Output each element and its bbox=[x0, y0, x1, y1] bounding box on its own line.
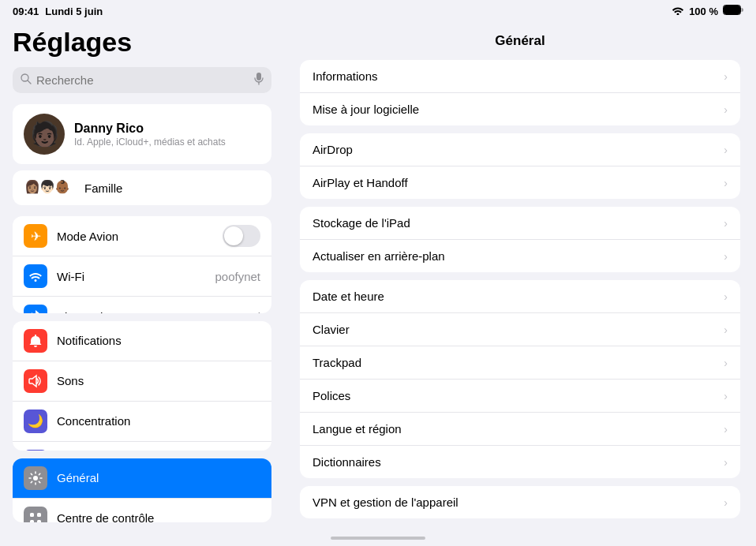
svg-rect-12 bbox=[30, 520, 34, 523]
status-bar: 09:41 Lundi 5 juin 100 % bbox=[0, 0, 756, 21]
focus-icon: 🌙 bbox=[24, 410, 47, 433]
sounds-icon bbox=[24, 369, 47, 393]
settings-group-general: Général Centre de contrôle bbox=[13, 458, 271, 523]
sidebar-item-bluetooth[interactable]: Bluetooth Oui bbox=[13, 297, 271, 313]
content-row-background-refresh[interactable]: Actualiser en arrière-plan › bbox=[300, 240, 740, 272]
bluetooth-label: Bluetooth bbox=[57, 310, 233, 313]
content-row-language-region[interactable]: Langue et région › bbox=[300, 413, 740, 446]
wifi-icon bbox=[672, 6, 684, 17]
search-icon bbox=[21, 73, 32, 87]
status-bar-right: 100 % bbox=[672, 5, 743, 17]
sounds-label: Sons bbox=[57, 374, 260, 387]
screentime-icon bbox=[24, 450, 47, 451]
keyboard-label: Clavier bbox=[313, 323, 724, 336]
toggle-knob bbox=[224, 226, 243, 245]
family-avatars: 👩🏽 👦🏻 👶🏾 bbox=[24, 178, 69, 197]
sidebar-title: Réglages bbox=[13, 21, 271, 67]
content-row-trackpad[interactable]: Trackpad › bbox=[300, 346, 740, 380]
sidebar-item-wifi[interactable]: Wi-Fi poofynet bbox=[13, 256, 271, 297]
content-group-datetime: Date et heure › Clavier › Trackpad › Pol… bbox=[300, 280, 740, 478]
profile-subtitle: Id. Apple, iCloud+, médias et achats bbox=[74, 136, 260, 148]
chevron-icon: › bbox=[724, 103, 728, 116]
settings-group-notifications: Notifications Sons 🌙 Concentration Temps… bbox=[13, 321, 271, 451]
software-update-label: Mise à jour logicielle bbox=[313, 103, 724, 116]
svg-line-3 bbox=[28, 80, 31, 84]
chevron-icon: › bbox=[724, 456, 728, 469]
informations-label: Informations bbox=[313, 69, 724, 83]
airplane-toggle[interactable] bbox=[223, 225, 260, 247]
general-label: Général bbox=[57, 471, 260, 484]
chevron-icon: › bbox=[724, 177, 728, 189]
chevron-icon: › bbox=[724, 323, 728, 336]
svg-rect-13 bbox=[37, 520, 41, 523]
content-row-airplay[interactable]: AirPlay et Handoff › bbox=[300, 166, 740, 199]
content-group-vpn: VPN et gestion de l'appareil › bbox=[300, 486, 740, 518]
date-time-label: Date et heure bbox=[313, 290, 724, 303]
content-row-fonts[interactable]: Polices › bbox=[300, 380, 740, 413]
wifi-value: poofynet bbox=[215, 270, 260, 283]
svg-rect-4 bbox=[256, 73, 261, 80]
notifications-label: Notifications bbox=[57, 334, 260, 347]
sidebar-item-focus[interactable]: 🌙 Concentration bbox=[13, 402, 271, 442]
trackpad-label: Trackpad bbox=[313, 356, 724, 369]
airdrop-label: AirDrop bbox=[313, 143, 724, 156]
focus-label: Concentration bbox=[57, 414, 260, 428]
content-row-informations[interactable]: Informations › bbox=[300, 60, 740, 93]
sidebar: Réglages 🧑🏿 Danny Rico Id. Apple, iCloud… bbox=[0, 21, 284, 530]
airplane-label: Mode Avion bbox=[57, 230, 213, 243]
airplane-icon: ✈ bbox=[24, 224, 47, 248]
family-avatar-3: 👶🏾 bbox=[54, 178, 73, 197]
battery-icon bbox=[723, 5, 743, 17]
content-row-keyboard[interactable]: Clavier › bbox=[300, 313, 740, 346]
airplay-label: AirPlay et Handoff bbox=[313, 176, 724, 189]
wifi-label: Wi-Fi bbox=[57, 270, 205, 283]
battery-status: 100 % bbox=[689, 6, 718, 17]
home-bar bbox=[331, 537, 425, 540]
svg-point-9 bbox=[33, 476, 38, 481]
search-bar[interactable] bbox=[13, 67, 271, 93]
sidebar-item-sounds[interactable]: Sons bbox=[13, 361, 271, 402]
general-icon bbox=[24, 466, 47, 490]
chevron-icon: › bbox=[724, 70, 728, 83]
content-row-ipad-storage[interactable]: Stockage de l'iPad › bbox=[300, 207, 740, 240]
svg-rect-11 bbox=[37, 513, 41, 517]
svg-rect-1 bbox=[724, 6, 740, 14]
fonts-label: Polices bbox=[313, 389, 724, 402]
sidebar-item-screentime[interactable]: Temps d'écran bbox=[13, 442, 271, 451]
main-layout: Réglages 🧑🏿 Danny Rico Id. Apple, iCloud… bbox=[0, 21, 756, 530]
mic-icon bbox=[254, 73, 264, 88]
status-date: Lundi 5 juin bbox=[45, 6, 103, 17]
family-row[interactable]: 👩🏽 👦🏻 👶🏾 Famille bbox=[13, 170, 271, 205]
notifications-icon bbox=[24, 329, 47, 353]
settings-group-network: ✈ Mode Avion Wi-Fi poofynet Bluetooth Ou… bbox=[13, 216, 271, 313]
dictionaries-label: Dictionnaires bbox=[313, 455, 724, 469]
chevron-icon: › bbox=[724, 423, 728, 436]
vpn-label: VPN et gestion de l'appareil bbox=[313, 496, 724, 509]
content-panel: Général Informations › Mise à jour logic… bbox=[284, 21, 756, 530]
controlcenter-label: Centre de contrôle bbox=[57, 511, 260, 522]
content-row-vpn[interactable]: VPN et gestion de l'appareil › bbox=[300, 486, 740, 518]
content-row-date-time[interactable]: Date et heure › bbox=[300, 280, 740, 313]
profile-card[interactable]: 🧑🏿 Danny Rico Id. Apple, iCloud+, médias… bbox=[13, 104, 271, 164]
sidebar-item-controlcenter[interactable]: Centre de contrôle bbox=[13, 499, 271, 523]
chevron-icon: › bbox=[724, 496, 728, 509]
family-label: Famille bbox=[84, 181, 122, 195]
language-region-label: Langue et région bbox=[313, 422, 724, 436]
content-group-airdrop: AirDrop › AirPlay et Handoff › bbox=[300, 133, 740, 199]
sidebar-item-airplane[interactable]: ✈ Mode Avion bbox=[13, 216, 271, 256]
chevron-icon: › bbox=[724, 390, 728, 402]
home-indicator bbox=[0, 530, 756, 546]
search-input[interactable] bbox=[36, 73, 249, 87]
status-time: 09:41 bbox=[13, 6, 39, 17]
sidebar-item-general[interactable]: Général bbox=[13, 458, 271, 499]
content-row-airdrop[interactable]: AirDrop › bbox=[300, 133, 740, 166]
sidebar-item-notifications[interactable]: Notifications bbox=[13, 321, 271, 361]
wifi-settings-icon bbox=[24, 264, 47, 288]
content-group-storage: Stockage de l'iPad › Actualiser en arriè… bbox=[300, 207, 740, 272]
content-row-dictionaries[interactable]: Dictionnaires › bbox=[300, 446, 740, 478]
chevron-icon: › bbox=[724, 357, 728, 369]
chevron-icon: › bbox=[724, 217, 728, 230]
content-group-info: Informations › Mise à jour logicielle › bbox=[300, 60, 740, 125]
content-row-software-update[interactable]: Mise à jour logicielle › bbox=[300, 93, 740, 125]
chevron-icon: › bbox=[724, 250, 728, 263]
